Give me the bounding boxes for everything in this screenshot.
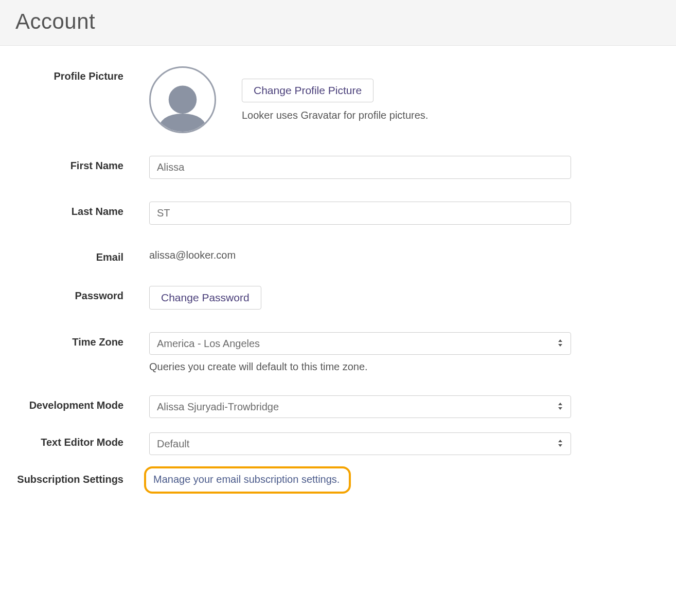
last-name-input[interactable] (149, 202, 571, 225)
last-name-row: Last Name (15, 202, 661, 225)
subscription-settings-row: Subscription Settings Manage your email … (15, 469, 661, 494)
email-row: Email alissa@looker.com (15, 247, 661, 263)
text-editor-mode-row: Text Editor Mode Default (15, 432, 661, 455)
first-name-label: First Name (15, 156, 149, 172)
time-zone-label: Time Zone (15, 332, 149, 348)
manage-subscription-link[interactable]: Manage your email subscription settings. (153, 474, 340, 485)
last-name-label: Last Name (15, 202, 149, 218)
person-silhouette-icon (151, 82, 215, 133)
profile-picture-label: Profile Picture (15, 66, 149, 82)
password-row: Password Change Password (15, 286, 661, 310)
change-profile-picture-button[interactable]: Change Profile Picture (242, 79, 373, 102)
email-value: alissa@looker.com (149, 247, 571, 261)
text-editor-mode-label: Text Editor Mode (15, 432, 149, 448)
time-zone-help: Queries you create will default to this … (149, 361, 571, 373)
email-label: Email (15, 247, 149, 263)
profile-picture-row: Profile Picture Change Profile Picture L… (15, 66, 661, 133)
highlight-annotation: Manage your email subscription settings. (144, 466, 351, 494)
time-zone-select[interactable]: America - Los Angeles (149, 332, 571, 355)
password-label: Password (15, 286, 149, 302)
change-password-button[interactable]: Change Password (149, 286, 261, 310)
page-header: Account (0, 0, 676, 46)
time-zone-row: Time Zone America - Los Angeles Queries … (15, 332, 661, 373)
page-title: Account (15, 9, 661, 34)
development-mode-select[interactable]: Alissa Sjuryadi-Trowbridge (149, 395, 571, 418)
development-mode-label: Development Mode (15, 395, 149, 411)
account-form: Profile Picture Change Profile Picture L… (0, 46, 676, 514)
profile-picture-hint: Looker uses Gravatar for profile picture… (242, 110, 428, 121)
first-name-input[interactable] (149, 156, 571, 179)
text-editor-mode-select[interactable]: Default (149, 432, 571, 455)
subscription-settings-label: Subscription Settings (15, 469, 149, 485)
avatar-icon (149, 66, 216, 133)
svg-point-0 (169, 85, 197, 114)
first-name-row: First Name (15, 156, 661, 179)
development-mode-row: Development Mode Alissa Sjuryadi-Trowbri… (15, 395, 661, 418)
